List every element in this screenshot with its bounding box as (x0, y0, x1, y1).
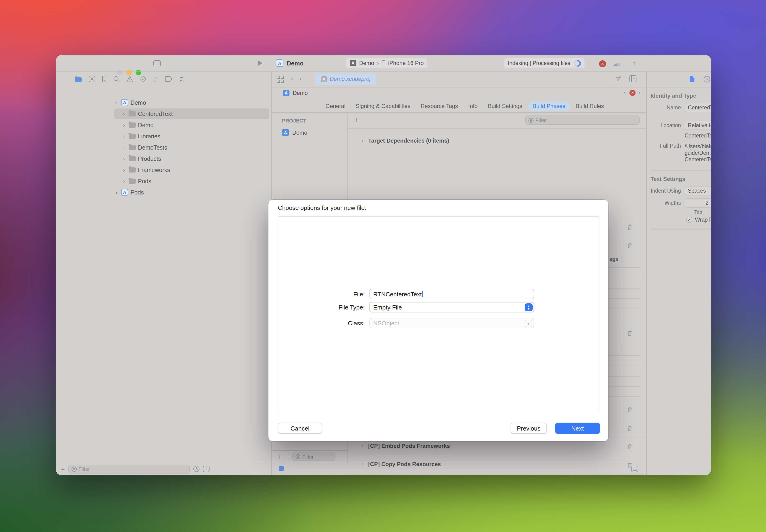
sidebar-item-label: Demo (130, 99, 146, 106)
history-inspector-icon[interactable] (703, 76, 710, 83)
sidebar-item-label: Products (138, 155, 161, 162)
sidebar-item-centeredtext[interactable]: › CenteredText (114, 108, 269, 119)
activity-status[interactable]: Indexing | Processing files (504, 58, 585, 68)
phase-target-dependencies[interactable]: › Target Dependencies (0 items) (361, 137, 449, 144)
disclosure-chevron-icon[interactable]: › (113, 100, 120, 105)
disclosure-chevron-icon[interactable]: › (122, 111, 126, 117)
tab-build-phases[interactable]: Build Phases (529, 101, 569, 111)
sidebar-item-demo-group[interactable]: › Demo (114, 120, 269, 130)
location-dropdown[interactable]: Relative to Group ▲▼ (685, 121, 711, 130)
add-item-plus-icon[interactable]: + (61, 465, 65, 473)
add-editor-icon[interactable] (630, 75, 637, 82)
run-button[interactable] (257, 60, 263, 66)
disclosure-chevron-icon[interactable]: › (122, 167, 126, 173)
disclosure-chevron-icon[interactable]: › (122, 178, 126, 184)
sidebar-item-libraries[interactable]: › Libraries (114, 131, 269, 142)
sidebar-item-products[interactable]: › Products (114, 153, 269, 164)
disclosure-chevron-icon[interactable]: › (361, 442, 363, 449)
class-combo[interactable]: NSObject ▼ (369, 318, 534, 328)
source-control-icon[interactable] (89, 76, 95, 82)
tab-build-settings[interactable]: Build Settings (484, 101, 526, 111)
scm-status-filter-icon[interactable] (203, 466, 209, 472)
project-row-demo[interactable]: A Demo (282, 129, 307, 136)
find-navigator-icon[interactable] (113, 76, 120, 82)
tab-width-field[interactable]: 2 (685, 198, 711, 208)
disclosure-chevron-icon[interactable]: › (114, 189, 119, 196)
tab-info[interactable]: Info (465, 101, 482, 111)
tab-signing-capabilities[interactable]: Signing & Capabilities (352, 101, 414, 111)
jumpbar-back-icon[interactable]: ‹ (624, 89, 626, 96)
add-tab-plus-icon[interactable]: + (632, 58, 637, 68)
previous-button[interactable]: Previous (511, 423, 547, 434)
sidebar-toggle-icon[interactable] (153, 60, 161, 66)
progress-spinner (573, 58, 583, 68)
file-type-label: File Type: (323, 304, 365, 311)
phase-embed-pods[interactable]: › [CP] Embed Pods Frameworks (361, 442, 450, 449)
report-navigator-icon[interactable] (179, 76, 184, 82)
sidebar-item-demotests[interactable]: › DemoTests (114, 142, 269, 153)
sidebar-item-demo-project[interactable]: › A Demo (114, 97, 269, 108)
forward-chevron-icon[interactable]: › (299, 74, 301, 82)
tab-build-rules[interactable]: Build Rules (572, 101, 608, 111)
jumpbar-forward-icon[interactable]: › (638, 89, 640, 96)
delete-phase-trash-icon[interactable] (627, 444, 633, 450)
delete-phase-trash-icon[interactable] (627, 425, 633, 431)
desktop-wallpaper: A Demo A Demo › iPhone 16 Pro Indexing |… (0, 0, 766, 532)
add-phase-plus-icon[interactable]: + (354, 116, 359, 124)
sidebar-item-pods-group[interactable]: › Pods (114, 176, 269, 187)
filter-placeholder: Filter (79, 466, 90, 472)
debug-navigator-icon[interactable] (153, 75, 158, 83)
next-button[interactable]: Next (555, 423, 600, 434)
error-badge-icon[interactable]: ✕ (599, 60, 606, 67)
remove-target-minus-icon[interactable]: − (285, 453, 288, 460)
file-name-input[interactable]: RTNCenteredText (369, 289, 534, 299)
indent-using-dropdown[interactable]: Spaces ▲▼ (685, 186, 711, 195)
project-navigator-icon[interactable] (75, 76, 82, 82)
combo-chevron-icon[interactable]: ▼ (525, 320, 532, 327)
phases-filter-input[interactable]: Filter (525, 115, 640, 125)
editor-options-icon[interactable] (631, 466, 638, 472)
tab-general[interactable]: General (322, 101, 349, 111)
editor-tab-xcodeproj[interactable]: A Demo.xcodeproj (315, 73, 376, 85)
sidebar-item-pods-project[interactable]: › A Pods (114, 187, 269, 198)
sidebar-item-frameworks[interactable]: › Frameworks (114, 165, 269, 175)
issue-navigator-icon[interactable] (126, 76, 133, 82)
sidebar-item-label: CenteredText (138, 111, 173, 117)
breakpoint-navigator-icon[interactable] (165, 76, 172, 82)
location-label: Location (653, 122, 681, 128)
file-type-popup[interactable]: Empty File ▲▼ (369, 302, 534, 312)
scheme-selector[interactable]: A Demo › iPhone 16 Pro (346, 58, 428, 68)
disclosure-chevron-icon[interactable]: › (122, 133, 126, 140)
project-section-header: PROJECT (282, 118, 306, 123)
bookmark-navigator-icon[interactable] (102, 76, 107, 82)
name-field[interactable]: CenteredText (685, 103, 711, 112)
delete-phase-trash-icon[interactable] (627, 243, 633, 249)
disclosure-chevron-icon[interactable]: › (122, 122, 126, 128)
navigator-filter-input[interactable]: Filter (68, 464, 190, 473)
disclosure-chevron-icon[interactable]: › (361, 137, 363, 144)
delete-phase-trash-icon[interactable] (627, 407, 633, 413)
disclosure-chevron-icon[interactable]: › (122, 155, 126, 162)
wrap-lines-row[interactable]: ✓ Wrap lines (687, 217, 711, 223)
inspector-icon-bar: ? (646, 71, 711, 87)
delete-phase-trash-icon[interactable] (627, 330, 633, 336)
jumpbar-error-badge[interactable]: ✕ (630, 90, 636, 96)
code-review-icon[interactable] (615, 76, 622, 82)
location-value: Relative to Group (688, 122, 711, 128)
delete-phase-trash-icon[interactable] (627, 224, 633, 230)
jumpbar-item[interactable]: Demo (293, 90, 308, 96)
recent-files-clock-icon[interactable] (193, 466, 200, 472)
tab-resource-tags[interactable]: Resource Tags (417, 101, 462, 111)
test-navigator-icon[interactable] (140, 76, 146, 82)
file-inspector-icon[interactable] (689, 76, 695, 83)
cancel-button[interactable]: Cancel (278, 423, 322, 434)
wrap-lines-checkbox[interactable]: ✓ (687, 217, 692, 223)
cancel-label: Cancel (291, 425, 309, 432)
target-filter-input[interactable]: Filter (292, 452, 335, 461)
minimap-grid-icon[interactable] (277, 76, 284, 83)
full-path-label: Full Path (653, 143, 681, 149)
disclosure-chevron-icon[interactable]: › (122, 144, 126, 151)
add-target-plus-icon[interactable]: + (277, 453, 281, 460)
status-text: Indexing | Processing files (508, 60, 570, 66)
back-chevron-icon[interactable]: ‹ (291, 74, 293, 82)
